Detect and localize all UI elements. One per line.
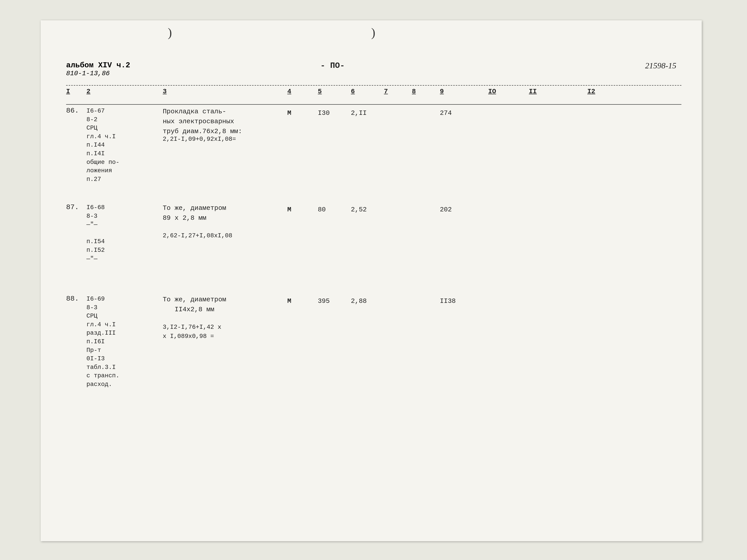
- row-88-formula: 3,I2-I,76+I,42 х х I,089х0,98 =: [163, 323, 221, 341]
- row-86-formula: 2,2I-I,09+0,92хI,08=: [163, 135, 236, 144]
- row-86-ref: I6-67 8-2 СРЦ гл.4 ч.I п.I44 п.I4I общие…: [86, 107, 120, 183]
- row-87-num: 87.: [66, 203, 79, 211]
- col-header-11: II: [529, 88, 537, 95]
- curve-mark-left: ): [168, 25, 172, 39]
- row-86-desc: Прокладка сталь- ных электросварных труб…: [163, 107, 280, 136]
- row-87-col5: 80: [318, 206, 326, 213]
- col-header-8: 8: [412, 88, 416, 95]
- col-header-1: I: [66, 88, 70, 95]
- table-row: 87. I6-68 8-3 —"— п.I54 п.I52 —"— То же,…: [66, 203, 681, 274]
- table-row: 88. I6-69 8-3 СРЦ гл.4 ч.I разд.III п.I6…: [66, 295, 681, 391]
- table-row: 86. I6-67 8-2 СРЦ гл.4 ч.I п.I44 п.I4I о…: [66, 107, 681, 188]
- row-88-unit: М: [287, 297, 291, 305]
- row-86-col6: 2,II: [351, 109, 367, 117]
- row-88-col9: II38: [440, 297, 456, 305]
- column-divider: [66, 104, 681, 105]
- album-title-block: альбом XIV ч.2 810-1-13,86: [66, 61, 130, 77]
- col-header-9: 9: [440, 88, 444, 95]
- col-header-6: 6: [351, 88, 355, 95]
- data-rows-container: 86. I6-67 8-2 СРЦ гл.4 ч.I п.I44 п.I4I о…: [66, 107, 681, 401]
- row-88-num: 88.: [66, 295, 79, 302]
- row-88-col6: 2,88: [351, 297, 367, 305]
- col-header-12: I2: [587, 88, 595, 95]
- row-88-ref: I6-69 8-3 СРЦ гл.4 ч.I разд.III п.I6I Пр…: [86, 295, 120, 389]
- row-86-num: 86.: [66, 107, 79, 114]
- album-subtitle: 810-1-13,86: [66, 70, 130, 77]
- col-header-5: 5: [318, 88, 322, 95]
- row-87-col6: 2,52: [351, 206, 367, 213]
- header-divider: [66, 85, 681, 86]
- col-header-7: 7: [384, 88, 388, 95]
- row-88-col5: 395: [318, 297, 330, 305]
- row-87-desc: То же, диаметром 89 х 2,8 мм: [163, 203, 280, 223]
- document-page: ) ) альбом XIV ч.2 810-1-13,86 - ПО- 215…: [41, 20, 702, 541]
- row-86-col9: 274: [440, 109, 452, 117]
- row-86-unit: М: [287, 109, 291, 117]
- row-87-unit: М: [287, 206, 291, 213]
- col-header-4: 4: [287, 88, 291, 95]
- column-headers-row: I 2 3 4 5 6 7 8 9 IO II I2: [66, 88, 676, 102]
- right-code: 21598-15: [645, 61, 676, 71]
- row-87-col9: 202: [440, 206, 452, 213]
- curve-mark-right: ): [371, 25, 375, 39]
- row-87-formula: 2,62-I,27+I,08хI,08: [163, 231, 232, 240]
- col-header-3: 3: [163, 88, 167, 95]
- row-87-ref: I6-68 8-3 —"— п.I54 п.I52 —"—: [86, 203, 105, 263]
- row-86-col5: I30: [318, 109, 330, 117]
- album-title: альбом XIV ч.2: [66, 61, 130, 70]
- col-header-2: 2: [86, 88, 91, 95]
- row-88-desc: То же, диаметром II4х2,8 мм: [163, 295, 280, 315]
- col-header-10: IO: [488, 88, 496, 95]
- center-code: - ПО-: [320, 61, 345, 71]
